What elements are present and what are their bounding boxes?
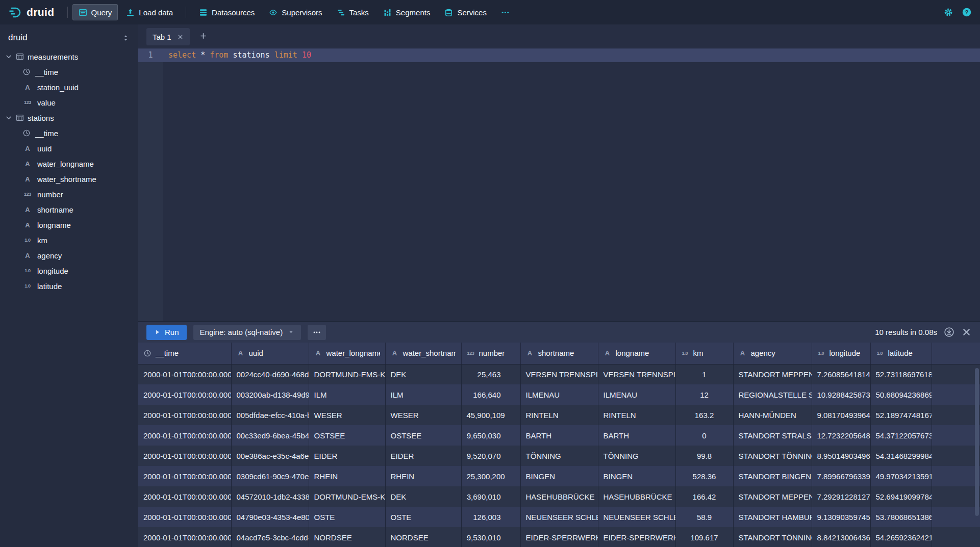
column-header-water_shortname[interactable]: Awater_shortname — [385, 343, 461, 364]
cell-uuid[interactable]: 04572010-1db2-4338- — [231, 486, 309, 507]
tree-column-shortname[interactable]: Ashortname — [0, 202, 138, 217]
query-tab[interactable]: Tab 1 — [146, 28, 190, 45]
cell-latitude[interactable]: 54.2659236242101 — [870, 527, 932, 547]
cell-water_shortname[interactable]: ILM — [385, 384, 461, 405]
column-header-uuid[interactable]: Auuid — [231, 343, 309, 364]
cell-water_longname[interactable]: EIDER — [309, 446, 385, 466]
column-header-longitude[interactable]: 1.0longitude — [812, 343, 870, 364]
cell-longitude[interactable]: 10.9288425873940 — [812, 384, 870, 405]
nav-item-more[interactable] — [495, 4, 516, 20]
cell-km[interactable]: 528.36 — [675, 466, 733, 486]
cell-number[interactable]: 166,640 — [461, 384, 520, 405]
cell-longname[interactable]: BARTH — [598, 425, 675, 446]
cell-longname[interactable]: BINGEN — [598, 466, 675, 486]
cell-latitude[interactable]: 54.3146829998454 — [870, 446, 932, 466]
cell-uuid[interactable]: 00c33ed9-6bea-45b4- — [231, 425, 309, 446]
cell-longname[interactable]: EIDER-SPERRWERK AP — [598, 527, 675, 547]
cell-agency[interactable]: REGIONALSTELLE SUHL — [733, 384, 812, 405]
column-header-number[interactable]: 123number — [461, 343, 520, 364]
cell-shortname[interactable]: BINGEN — [520, 466, 598, 486]
column-header-longname[interactable]: Alongname — [598, 343, 675, 364]
tree-column-uuid[interactable]: Auuid — [0, 141, 138, 156]
cell-water_shortname[interactable]: NORDSEE — [385, 527, 461, 547]
cell-agency[interactable]: HANN-MÜNDEN — [733, 405, 812, 425]
cell-agency[interactable]: STANDORT HAMBURG — [733, 507, 812, 527]
tree-column-km[interactable]: 1.0km — [0, 232, 138, 248]
run-button[interactable]: Run — [146, 325, 187, 340]
cell-latitude[interactable]: 52.7311869761801 — [870, 364, 932, 384]
cell-km[interactable]: 166.42 — [675, 486, 733, 507]
cell-number[interactable]: 9,650,030 — [461, 425, 520, 446]
column-header-latitude[interactable]: 1.0latitude — [870, 343, 932, 364]
query-more-button[interactable] — [308, 325, 326, 340]
cell-water_shortname[interactable]: OSTSEE — [385, 425, 461, 446]
tree-column-latitude[interactable]: 1.0latitude — [0, 278, 138, 294]
cell-water_shortname[interactable]: WESER — [385, 405, 461, 425]
cell-agency[interactable]: STANDORT MEPPEN — [733, 364, 812, 384]
cell-km[interactable]: 0 — [675, 425, 733, 446]
column-header-agency[interactable]: Aagency — [733, 343, 812, 364]
cell-agency[interactable]: STANDORT BINGEN — [733, 466, 812, 486]
tree-column-number[interactable]: 123number — [0, 187, 138, 202]
tree-column-longname[interactable]: Alongname — [0, 217, 138, 232]
cell-water_shortname[interactable]: DEK — [385, 364, 461, 384]
tree-column-water_longname[interactable]: Awater_longname — [0, 156, 138, 171]
sql-editor[interactable]: 1 select * from stations limit 10 — [138, 48, 980, 321]
cell-__time[interactable]: 2000-01-01T00:00:00.000Z — [138, 507, 231, 527]
cell-longitude[interactable]: 8.9501490349651 — [812, 446, 870, 466]
cell-number[interactable]: 3,690,010 — [461, 486, 520, 507]
cell-number[interactable]: 126,003 — [461, 507, 520, 527]
cell-shortname[interactable]: ILMENAU — [520, 384, 598, 405]
cell-longname[interactable]: NEUENSEER SCHLEUSE — [598, 507, 675, 527]
cell-km[interactable]: 58.9 — [675, 507, 733, 527]
cell-km[interactable]: 99.8 — [675, 446, 733, 466]
cell-km[interactable]: 109.617 — [675, 527, 733, 547]
cell-__time[interactable]: 2000-01-01T00:00:00.000Z — [138, 446, 231, 466]
add-tab-button[interactable] — [196, 29, 211, 44]
tree-table-stations[interactable]: stations — [0, 110, 138, 125]
engine-select[interactable]: Engine: auto (sql-native) — [193, 325, 301, 340]
cell-__time[interactable]: 2000-01-01T00:00:00.000Z — [138, 527, 231, 547]
cell-shortname[interactable]: RINTELN — [520, 405, 598, 425]
cell-__time[interactable]: 2000-01-01T00:00:00.000Z — [138, 384, 231, 405]
cell-water_longname[interactable]: DORTMUND-EMS-KANAL — [309, 486, 385, 507]
cell-number[interactable]: 9,520,070 — [461, 446, 520, 466]
cell-agency[interactable]: STANDORT TÖNNING — [733, 446, 812, 466]
tree-column-station_uuid[interactable]: Astation_uuid — [0, 80, 138, 95]
cell-water_longname[interactable]: OSTE — [309, 507, 385, 527]
nav-item-query[interactable]: Query — [72, 4, 118, 20]
cell-shortname[interactable]: VERSEN TRENNSPITZE — [520, 364, 598, 384]
download-results-icon[interactable] — [944, 327, 954, 337]
cell-water_longname[interactable]: OSTSEE — [309, 425, 385, 446]
column-header-__time[interactable]: __time — [138, 343, 231, 364]
cell-latitude[interactable]: 50.6809423686917 — [870, 384, 932, 405]
cell-uuid[interactable]: 005dfdae-efcc-410a-b — [231, 405, 309, 425]
settings-gear-icon[interactable] — [943, 7, 953, 17]
cell-water_longname[interactable]: ILM — [309, 384, 385, 405]
cell-__time[interactable]: 2000-01-01T00:00:00.000Z — [138, 486, 231, 507]
nav-item-supervisors[interactable]: Supervisors — [263, 4, 328, 20]
tree-column-__time[interactable]: __time — [0, 64, 138, 80]
nav-item-services[interactable]: Services — [438, 4, 493, 20]
cell-number[interactable]: 45,900,109 — [461, 405, 520, 425]
cell-agency[interactable]: STANDORT TÖNNING — [733, 527, 812, 547]
cell-agency[interactable]: STANDORT STRALSUND — [733, 425, 812, 446]
nav-item-segments[interactable]: Segments — [377, 4, 437, 20]
cell-longitude[interactable]: 7.2608564181428 — [812, 364, 870, 384]
tree-column-__time[interactable]: __time — [0, 125, 138, 141]
cell-__time[interactable]: 2000-01-01T00:00:00.000Z — [138, 405, 231, 425]
tree-column-value[interactable]: 123value — [0, 95, 138, 110]
cell-longitude[interactable]: 9.0817049396446 — [812, 405, 870, 425]
tree-table-measurements[interactable]: measurements — [0, 49, 138, 64]
cell-longitude[interactable]: 12.7232205648617 — [812, 425, 870, 446]
cell-km[interactable]: 163.2 — [675, 405, 733, 425]
column-header-km[interactable]: 1.0km — [675, 343, 733, 364]
cell-__time[interactable]: 2000-01-01T00:00:00.000Z — [138, 364, 231, 384]
cell-latitude[interactable]: 52.1897474816763 — [870, 405, 932, 425]
cell-shortname[interactable]: EIDER-SPERRWERK AP — [520, 527, 598, 547]
tree-column-longitude[interactable]: 1.0longitude — [0, 263, 138, 278]
cell-water_shortname[interactable]: EIDER — [385, 446, 461, 466]
close-results-icon[interactable] — [961, 327, 972, 337]
cell-longname[interactable]: TÖNNING — [598, 446, 675, 466]
cell-water_longname[interactable]: NORDSEE — [309, 527, 385, 547]
